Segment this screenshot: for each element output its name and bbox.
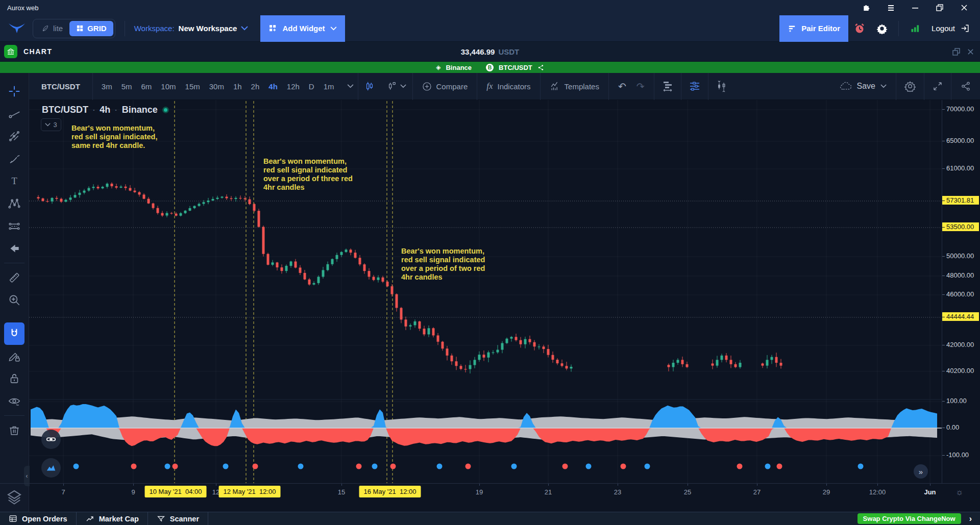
symbol-button[interactable]: BTC/USDT — [29, 82, 92, 91]
drawing-time-label[interactable]: 16 May '21 12:00 — [359, 486, 421, 497]
chart-settings-icon[interactable] — [896, 81, 924, 92]
pair-editor-button[interactable]: Pair Editor — [779, 15, 848, 42]
timeframe-12h[interactable]: 12h — [283, 80, 303, 93]
logout-button[interactable]: Logout — [926, 23, 980, 33]
ruler-icon — [8, 271, 21, 284]
drawing-lock[interactable] — [4, 345, 24, 367]
goto-latest-button[interactable]: » — [914, 464, 928, 479]
candle-compare-icon[interactable] — [708, 80, 735, 92]
orders-table-icon — [9, 514, 17, 523]
connection-status-icon[interactable] — [904, 23, 926, 34]
text-tool[interactable]: T — [4, 170, 24, 192]
timeframe-1h[interactable]: 1h — [230, 80, 246, 93]
legend-interval: 4h — [100, 105, 110, 115]
lock-all-drawings[interactable] — [4, 367, 24, 390]
redo-icon[interactable]: ↷ — [636, 81, 645, 92]
hide-all-drawings[interactable] — [4, 390, 24, 412]
magnet-mode[interactable] — [4, 322, 24, 345]
brush-tool[interactable] — [4, 147, 24, 170]
price-lines-icon[interactable] — [681, 80, 708, 92]
app-toolbar: lite GRID Workspace: New Workspace Add W… — [0, 15, 980, 42]
aurox-logo[interactable] — [8, 22, 26, 35]
timeframe-3m[interactable]: 3m — [98, 80, 116, 93]
candle-style-icon[interactable] — [358, 81, 381, 92]
indicator-style-button[interactable] — [41, 458, 61, 478]
price-alert-label[interactable]: 44444.44 — [942, 312, 979, 321]
area-chart-icon — [45, 462, 57, 473]
zoom-in-tool[interactable] — [4, 289, 24, 311]
timeframe-15m[interactable]: 15m — [182, 80, 204, 93]
time-axis[interactable]: ☼ 79121519212325272912:00Jun10 May '21 0… — [0, 483, 980, 512]
magnet-icon — [8, 327, 21, 340]
theme-sun-icon[interactable]: ☼ — [955, 487, 964, 497]
eye-icon — [8, 394, 21, 408]
timeframe-D[interactable]: D — [305, 80, 318, 93]
extensions-icon[interactable] — [862, 3, 871, 12]
price-alert-label[interactable]: 53500.00 — [942, 222, 979, 231]
drawing-time-label[interactable]: 10 May '21 04:00 — [145, 486, 207, 497]
grid-mode-button[interactable]: GRID — [69, 21, 113, 36]
time-tick: 21 — [545, 488, 552, 496]
restore-window-icon[interactable] — [935, 3, 944, 12]
compare-label: Compare — [436, 82, 468, 91]
timeframe-30m[interactable]: 30m — [206, 80, 228, 93]
fullscreen-icon[interactable] — [924, 81, 951, 91]
time-tick: 27 — [753, 488, 761, 496]
templates-button[interactable]: Templates — [541, 73, 608, 100]
swap-crypto-button[interactable]: Swap Crypto Via ChangeNow — [857, 513, 961, 524]
header-price: 33,446.99USDT — [0, 47, 980, 56]
save-button[interactable]: Save — [830, 73, 896, 100]
oscillator-tick: 100.00 — [942, 397, 980, 405]
indicators-collapse-badge[interactable]: 3 — [41, 118, 61, 131]
share-chart-icon[interactable] — [951, 81, 980, 91]
timeframe-2h[interactable]: 2h — [248, 80, 263, 93]
indicators-button[interactable]: fx Indicators — [477, 73, 540, 100]
crosshair-tool[interactable] — [4, 80, 24, 103]
lite-mode-button[interactable]: lite — [35, 21, 69, 36]
trend-line-tool[interactable] — [4, 103, 24, 125]
chevron-down-icon — [45, 123, 51, 127]
remove-drawings[interactable] — [4, 419, 24, 441]
add-widget-button[interactable]: Add Widget — [260, 15, 345, 42]
share-pair-icon[interactable] — [537, 64, 544, 71]
chart-annotation-2[interactable]: Bear's won momentum, red sell signal ind… — [263, 157, 353, 192]
scanner-button[interactable]: Scanner — [148, 512, 208, 525]
pair-editor-icon — [788, 24, 796, 33]
gann-fib-tool[interactable] — [4, 125, 24, 147]
undo-icon[interactable]: ↶ — [618, 81, 626, 92]
chart-annotation-3[interactable]: Bear's won momentum, red sell signal ind… — [401, 247, 485, 282]
timeframe-1m[interactable]: 1m — [320, 80, 338, 93]
forecast-tool[interactable] — [4, 215, 24, 237]
chart-plot[interactable] — [29, 100, 942, 483]
trend-up-icon — [85, 515, 94, 523]
price-alert-label[interactable]: 57301.81 — [942, 196, 979, 205]
timeframe-6m[interactable]: 6m — [138, 80, 156, 93]
link-scales-button[interactable] — [41, 430, 61, 449]
workspace-selector[interactable]: Workspace: New Workspace — [134, 24, 249, 33]
arrow-tool[interactable] — [4, 237, 24, 260]
drawing-time-label[interactable]: 12 May '21 12:00 — [219, 486, 281, 497]
timeframe-10m[interactable]: 10m — [157, 80, 179, 93]
price-tick: 40200.00 — [942, 367, 980, 374]
object-tree-icon[interactable] — [654, 80, 681, 92]
compare-button[interactable]: Compare — [413, 73, 477, 100]
close-window-icon[interactable] — [960, 3, 969, 12]
binance-icon: ◈ — [436, 64, 440, 71]
bottom-bar-expand-icon[interactable]: › — [969, 514, 972, 523]
timeframes-more-icon[interactable] — [347, 84, 354, 88]
alerts-icon[interactable] — [848, 22, 871, 35]
settings-gear-icon[interactable] — [871, 23, 893, 34]
timeframe-5m[interactable]: 5m — [118, 80, 136, 93]
timeframe-4h[interactable]: 4h — [265, 80, 281, 93]
chart-type-icon[interactable] — [381, 81, 412, 92]
minimize-icon[interactable] — [911, 3, 920, 12]
xabcd-pattern-tool[interactable] — [4, 192, 24, 215]
menu-icon[interactable] — [886, 3, 895, 12]
open-orders-button[interactable]: Open Orders — [0, 512, 77, 525]
ruler-tool[interactable] — [4, 266, 24, 289]
chart-legend[interactable]: BTC/USDT · 4h · Binance — [42, 105, 169, 115]
price-axis[interactable]: 70000.0065000.0061000.0050000.0048000.00… — [942, 100, 980, 483]
chart-annotation-1[interactable]: Bear's won momentum, red sell signal ind… — [71, 124, 157, 150]
oscillator-tick: 0.00 — [942, 423, 980, 431]
market-cap-button[interactable]: Market Cap — [77, 512, 148, 525]
